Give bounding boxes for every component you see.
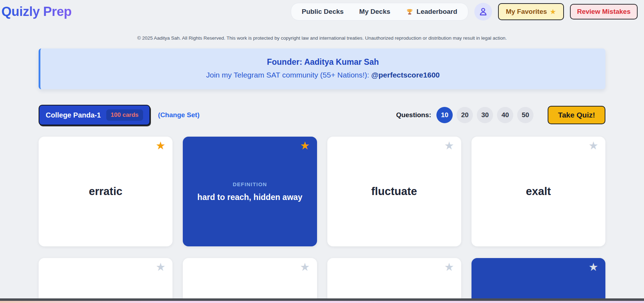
my-favorites-label: My Favorites	[506, 8, 547, 16]
star-icon[interactable]: ★	[588, 140, 598, 151]
telegram-invite-line: Join my Telegram SAT community (55+ Nati…	[47, 71, 598, 79]
nav-leaderboard-label: Leaderboard	[417, 8, 457, 16]
deck-selector-group: College Panda-1 100 cards (Change Set)	[39, 105, 199, 125]
taskbar-edge-strip	[0, 301, 644, 303]
nav-public-decks[interactable]: Public Decks	[302, 8, 344, 16]
trophy-icon	[406, 8, 413, 16]
deck-name: College Panda-1	[46, 111, 101, 119]
flashcard-erratic[interactable]: ★ erratic	[39, 137, 173, 246]
card-term: exalt	[526, 185, 551, 198]
window-bottom-edge	[0, 298, 644, 301]
deck-card-count-badge: 100 cards	[106, 109, 143, 121]
copyright-notice: © 2025 Aaditya Sah. All Rights Reserved.…	[39, 35, 605, 41]
flashcard-row2-flipped[interactable]: ★ DEFINITION	[471, 258, 605, 303]
my-favorites-button[interactable]: My Favorites ★	[498, 3, 564, 20]
current-deck-button[interactable]: College Panda-1 100 cards	[39, 105, 150, 125]
profile-avatar-button[interactable]	[474, 3, 492, 21]
flashcard-fluctuate[interactable]: ★ fluctuate	[327, 137, 461, 246]
nav-public-decks-label: Public Decks	[302, 8, 344, 16]
questions-label: Questions:	[396, 111, 431, 119]
nav-my-decks-label: My Decks	[359, 8, 390, 16]
telegram-handle[interactable]: @perfectscore1600	[371, 71, 440, 79]
header-right: Public Decks My Decks Leaderboard	[291, 3, 638, 21]
star-icon[interactable]: ★	[300, 140, 310, 151]
favorite-star-icon: ★	[550, 7, 556, 16]
question-count-40[interactable]: 40	[497, 107, 513, 123]
flashcard-exalt[interactable]: ★ exalt	[471, 137, 605, 246]
star-icon[interactable]: ★	[156, 262, 165, 273]
question-count-30[interactable]: 30	[477, 107, 493, 123]
header: Quizly Prep Public Decks My Decks Leader	[0, 0, 644, 23]
question-count-20[interactable]: 20	[457, 107, 473, 123]
flashcard-row2-3[interactable]: ★	[327, 258, 461, 303]
main-content: © 2025 Aaditya Sah. All Rights Reserved.…	[39, 35, 605, 303]
star-icon[interactable]: ★	[156, 140, 165, 151]
deck-toolbar: College Panda-1 100 cards (Change Set) Q…	[39, 105, 605, 125]
question-count-10[interactable]: 10	[436, 107, 453, 123]
nav-my-decks[interactable]: My Decks	[359, 8, 390, 16]
definition-label: DEFINITION	[233, 181, 267, 187]
star-icon[interactable]: ★	[300, 262, 310, 273]
card-term: erratic	[89, 185, 123, 198]
flashcard-row2-2[interactable]: ★	[183, 258, 317, 303]
change-set-link[interactable]: (Change Set)	[158, 111, 199, 119]
flashcard-flipped-definition[interactable]: ★ DEFINITION hard to reach, hidden away	[183, 137, 317, 246]
review-mistakes-label: Review Mistakes	[577, 8, 631, 16]
quiz-controls: Questions: 10 20 30 40 50 Take Quiz!	[396, 106, 605, 124]
definition-text: hard to reach, hidden away	[197, 193, 303, 202]
founder-title: Founder: Aaditya Kumar Sah	[47, 57, 598, 67]
app-logo: Quizly Prep	[1, 4, 72, 19]
user-icon	[478, 6, 488, 17]
flashcard-grid: ★ erratic ★ DEFINITION hard to reach, hi…	[39, 137, 605, 303]
star-icon[interactable]: ★	[588, 262, 598, 273]
take-quiz-button[interactable]: Take Quiz!	[548, 106, 605, 124]
star-icon[interactable]: ★	[444, 262, 454, 273]
card-term: fluctuate	[371, 185, 417, 198]
question-count-50[interactable]: 50	[517, 107, 533, 123]
telegram-invite-text: Join my Telegram SAT community (55+ Nati…	[206, 71, 371, 79]
founder-banner: Founder: Aaditya Kumar Sah Join my Teleg…	[39, 48, 605, 89]
nav-leaderboard[interactable]: Leaderboard	[406, 8, 457, 16]
star-icon[interactable]: ★	[444, 140, 454, 151]
flashcard-row2-1[interactable]: ★	[39, 258, 173, 303]
review-mistakes-button[interactable]: Review Mistakes	[570, 4, 638, 19]
nav-bar: Public Decks My Decks Leaderboard	[291, 3, 468, 21]
